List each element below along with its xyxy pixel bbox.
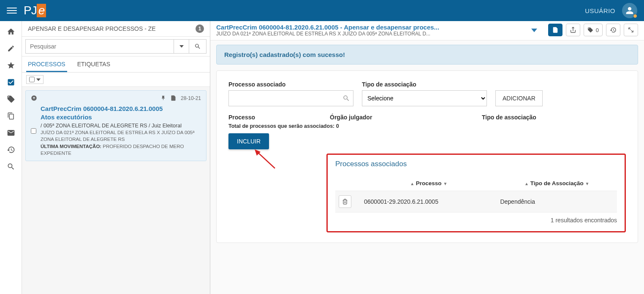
side-rail [0, 21, 22, 294]
select-all-checkbox[interactable] [29, 77, 35, 82]
upload-icon[interactable] [31, 95, 37, 101]
card-meta2-label: ÚLTIMA MOVIMENTAÇÃO: [41, 144, 101, 149]
mail-icon[interactable] [6, 128, 16, 138]
adicionar-button[interactable]: ADICIONAR [495, 90, 543, 106]
home-icon[interactable] [6, 27, 16, 36]
logo: PJe [24, 4, 46, 17]
col-orgao: Órgão julgador [330, 114, 457, 121]
process-header-title[interactable]: CartPrecCrim 0600004-81.2020.6.21.0005 -… [216, 24, 520, 31]
process-card[interactable]: 28-10-21 CartPrecCrim 0600004-81.2020.6.… [25, 90, 207, 161]
tag-count-value: 0 [596, 27, 599, 33]
tab-etiquetas[interactable]: ETIQUETAS [76, 57, 112, 72]
card-sub: / 005ª ZONA ELEITORAL DE ALEGRETE RS / J… [41, 123, 201, 129]
col-processo: Processo [228, 114, 304, 121]
search-dropdown-button[interactable] [174, 39, 189, 54]
proc-assoc-label: Processo associado [228, 81, 353, 88]
task-panel: APENSAR E DESAPENSAR PROCESSOS - ZE 1 PR… [22, 21, 210, 294]
history-button[interactable] [606, 24, 620, 36]
copy-icon[interactable] [6, 111, 16, 121]
search-icon-inline[interactable] [342, 94, 350, 102]
user-label[interactable]: USUÁRIO [585, 7, 615, 14]
tipo-assoc-label: Tipo de associação [362, 81, 487, 88]
task-count-badge: 1 [196, 24, 204, 33]
results-count: 1 resultados encontrados [335, 213, 617, 224]
svg-marker-1 [255, 149, 261, 156]
check-square-icon[interactable] [6, 78, 16, 87]
col-tipo: Tipo de associação [482, 114, 536, 121]
tipo-assoc-select[interactable]: Selecione [362, 90, 487, 106]
history-icon[interactable] [6, 145, 16, 154]
th-processo[interactable]: ▲ Processo ▼ [361, 176, 497, 191]
search-icon[interactable] [6, 162, 16, 171]
task-panel-title: APENSAR E DESAPENSAR PROCESSOS - ZE [28, 25, 156, 32]
incluir-button[interactable]: INCLUIR [228, 133, 269, 149]
assoc-title: Processos associados [335, 160, 617, 168]
table-row: 0600001-29.2020.6.21.0005 Dependência [335, 191, 617, 213]
delete-row-button[interactable] [339, 195, 351, 208]
document-icon[interactable] [170, 95, 177, 101]
card-checkbox[interactable] [31, 105, 36, 156]
select-all-dropdown[interactable] [26, 75, 43, 84]
share-button[interactable] [566, 24, 580, 36]
logo-e: e [37, 4, 46, 17]
avatar[interactable] [622, 3, 637, 18]
card-meta1: JUÍZO DA 021ª ZONA ELEITORAL DE ESTRELA … [41, 129, 201, 143]
search-button[interactable] [189, 39, 207, 54]
card-title-line1[interactable]: CartPrecCrim 0600004-81.2020.6.21.0005 [41, 105, 201, 113]
tab-processos[interactable]: PROCESSOS [26, 57, 67, 72]
tags-icon[interactable] [6, 94, 16, 104]
success-alert: Registro(s) cadastrado(s) com sucesso! [216, 45, 638, 65]
avatar-status-badge [633, 14, 637, 18]
logo-pj: PJ [24, 4, 37, 17]
task-search-input[interactable] [25, 39, 174, 54]
chevron-down-icon[interactable] [525, 27, 543, 33]
process-header-sub: JUÍZO DA 021ª ZONA ELEITORAL DE ESTRELA … [216, 31, 520, 37]
total-line: Total de processos que serão associados:… [228, 123, 626, 129]
main-panel: CartPrecCrim 0600004-81.2020.6.21.0005 -… [210, 21, 644, 294]
menu-icon[interactable] [7, 5, 17, 16]
edit-icon[interactable] [6, 44, 16, 53]
annotation-arrow-icon [254, 149, 279, 170]
row-tipo: Dependência [497, 191, 617, 213]
fullscreen-button[interactable] [624, 24, 638, 36]
associated-processes-box: Processos associados ▲ Processo ▼ ▲ Tipo… [326, 154, 626, 232]
form-panel: Processo associado Tipo de associação Se… [216, 70, 638, 243]
tag-count[interactable]: 0 [584, 24, 603, 36]
th-tipo[interactable]: ▲ Tipo de Associação ▼ [497, 176, 617, 191]
star-icon[interactable] [6, 61, 16, 70]
card-title-line2[interactable]: Atos executórios [41, 113, 201, 121]
svg-line-0 [257, 152, 275, 168]
pin-icon[interactable] [160, 95, 166, 101]
row-proc: 0600001-29.2020.6.21.0005 [361, 191, 497, 213]
document-view-button[interactable] [548, 24, 562, 36]
proc-assoc-input[interactable] [228, 90, 353, 106]
top-bar: PJe USUÁRIO [0, 0, 644, 21]
card-date: 28-10-21 [181, 95, 201, 101]
